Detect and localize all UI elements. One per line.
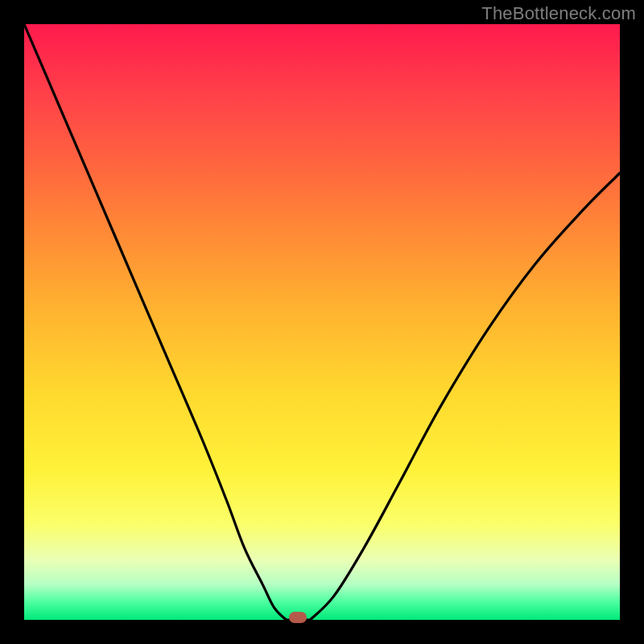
plot-area (24, 24, 620, 620)
curve-svg (24, 24, 620, 620)
optimum-marker (289, 612, 307, 623)
watermark-text: TheBottleneck.com (481, 3, 636, 24)
chart-frame: TheBottleneck.com (0, 0, 644, 644)
bottleneck-curve (24, 24, 620, 620)
